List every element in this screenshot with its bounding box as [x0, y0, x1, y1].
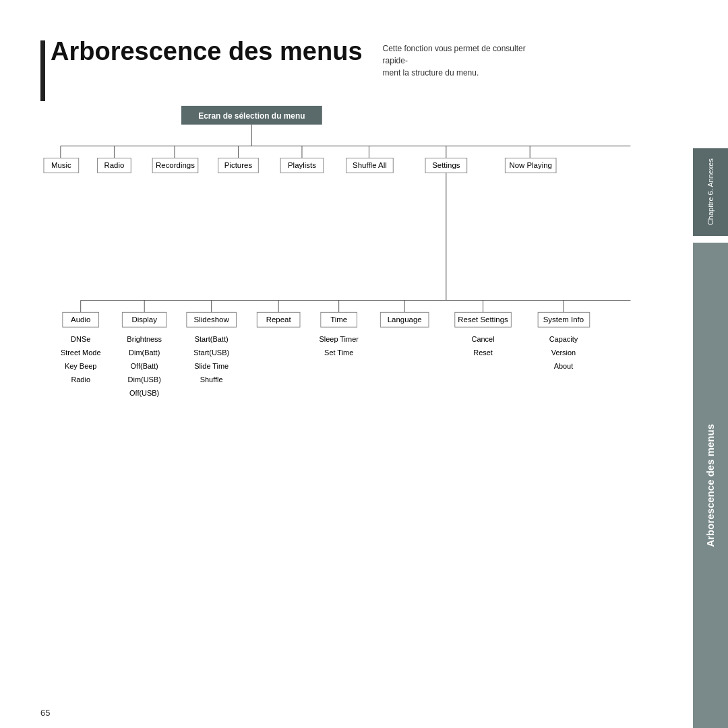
slideshow-sub2: Start(USB) — [193, 348, 229, 357]
audio-label: Audio — [71, 315, 90, 324]
slideshow-label: Slideshow — [194, 315, 230, 324]
page-title: Arborescence des menus — [40, 37, 363, 66]
title-section: Arborescence des menus Cette fonction vo… — [40, 37, 684, 79]
display-sub5: Off(USB) — [129, 389, 159, 397]
audio-sub2: Street Mode — [61, 348, 101, 357]
display-sub3: Off(Batt) — [131, 362, 158, 370]
time-label: Time — [330, 315, 347, 324]
slideshow-sub1: Start(Batt) — [195, 335, 229, 343]
side-tab-chapter: Chapitre 6. Annexes — [693, 148, 728, 236]
playlists-label: Playlists — [288, 161, 316, 169]
audio-sub1: DNSe — [71, 335, 90, 343]
settings-label: Settings — [432, 161, 460, 169]
tree-diagram: Ecran de sélection du menu Music Radio R… — [40, 99, 684, 582]
subtitle-line2: ment la structure du menu. — [383, 68, 479, 78]
time-sub1: Sleep Timer — [320, 335, 359, 343]
audio-sub3: Key Beep — [65, 362, 96, 370]
slideshow-sub4: Shuffle — [200, 375, 223, 384]
time-sub2: Set Time — [324, 348, 353, 357]
side-tab-title-label: Arborescence des menus — [704, 424, 717, 547]
repeat-label: Repeat — [266, 315, 292, 324]
display-sub4: Dim(USB) — [128, 375, 161, 384]
display-label: Display — [131, 315, 157, 324]
audio-sub4: Radio — [71, 375, 90, 384]
radio-label: Radio — [104, 161, 124, 169]
page-number: 65 — [40, 708, 50, 718]
display-sub2: Dim(Batt) — [129, 348, 160, 357]
display-sub1: Brightness — [127, 335, 162, 343]
subtitle: Cette fonction vous permet de consulter … — [383, 42, 531, 79]
reset-sub1: Cancel — [472, 335, 495, 343]
pictures-label: Pictures — [224, 161, 253, 169]
side-tab-title: Arborescence des menus — [693, 243, 728, 728]
system-info-label: System Info — [543, 315, 584, 324]
shuffle-all-label: Shuffle All — [353, 161, 387, 169]
now-playing-label: Now Playing — [509, 161, 552, 169]
reset-sub2: Reset — [473, 348, 493, 357]
system-sub3: About — [554, 362, 574, 370]
subtitle-line1: Cette fonction vous permet de consulter … — [383, 44, 526, 65]
recordings-label: Recordings — [156, 161, 195, 169]
tree-svg: Ecran de sélection du menu Music Radio R… — [40, 99, 684, 582]
root-node-label: Ecran de sélection du menu — [198, 111, 305, 121]
language-label: Language — [388, 315, 422, 324]
system-sub2: Version — [551, 348, 576, 357]
main-content: Arborescence des menus Cette fonction vo… — [40, 37, 684, 701]
slideshow-sub3: Slide Time — [194, 362, 229, 370]
music-label: Music — [51, 161, 71, 169]
system-sub1: Capacity — [549, 335, 578, 343]
reset-settings-label: Reset Settings — [458, 315, 508, 324]
side-tab-chapter-label: Chapitre 6. Annexes — [705, 158, 717, 225]
